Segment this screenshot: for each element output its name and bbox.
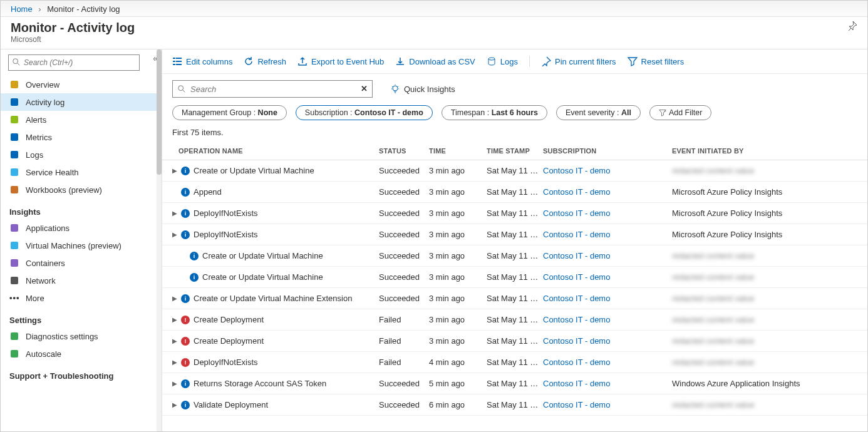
subscription-link[interactable]: Contoso IT - demo	[543, 357, 610, 367]
page-title: Monitor - Activity log	[11, 21, 135, 35]
export-button[interactable]: Export to Event Hub	[297, 56, 384, 66]
activity-table: OPERATION NAME STATUS TIME TIME STAMP SU…	[162, 142, 867, 432]
sidebar-item-containers[interactable]: Containers	[1, 254, 162, 272]
table-row[interactable]: ▶!DeployIfNotExistsFailed4 min agoSat Ma…	[162, 352, 867, 373]
table-row[interactable]: iCreate or Update Virtual MachineSucceed…	[162, 245, 867, 267]
sidebar-item-more[interactable]: •••More	[1, 289, 162, 307]
filter-pill[interactable]: Timespan : Last 6 hours	[442, 105, 547, 120]
subscription-link[interactable]: Contoso IT - demo	[543, 208, 610, 218]
quick-insights-button[interactable]: Quick Insights	[390, 84, 455, 94]
cell-timestamp: Sat May 11 …	[487, 230, 543, 239]
cell-timestamp: Sat May 11 …	[487, 336, 543, 346]
col-timestamp[interactable]: TIME STAMP	[487, 147, 543, 155]
reset-filters-button[interactable]: Reset filters	[628, 56, 685, 66]
cell-status: Succeeded	[379, 166, 429, 175]
cell-time: 3 min ago	[429, 230, 487, 239]
col-subscription[interactable]: SUBSCRIPTION	[543, 147, 672, 155]
subscription-link[interactable]: Contoso IT - demo	[543, 230, 610, 239]
refresh-button[interactable]: Refresh	[244, 56, 286, 66]
expand-caret-icon[interactable]: ▶	[172, 295, 177, 302]
svg-rect-10	[11, 242, 18, 249]
operation-name: Returns Storage Account SAS Token	[194, 379, 326, 388]
sidebar-section-header: Settings	[1, 307, 162, 327]
sidebar-item-service-health[interactable]: Service Health	[1, 163, 162, 181]
download-csv-button[interactable]: Download as CSV	[395, 56, 475, 66]
cell-status: Succeeded	[379, 272, 429, 282]
add-filter-button[interactable]: +Add Filter	[649, 105, 712, 120]
clear-search-icon[interactable]: ✕	[361, 84, 368, 93]
sidebar-item-label: Metrics	[26, 133, 52, 142]
sidebar-item-activity-log[interactable]: Activity log	[1, 93, 162, 111]
subscription-link[interactable]: Contoso IT - demo	[543, 400, 610, 409]
expand-caret-icon[interactable]: ▶	[172, 359, 177, 366]
svg-point-0	[13, 59, 18, 64]
workbook-icon	[9, 185, 19, 195]
expand-caret-icon[interactable]: ▶	[172, 231, 177, 238]
col-operation[interactable]: OPERATION NAME	[172, 147, 379, 155]
filter-pill[interactable]: Management Group : None	[172, 105, 287, 120]
sidebar-item-diagnostics-settings[interactable]: Diagnostics settings	[1, 327, 162, 345]
pin-filters-button[interactable]: Pin current filters	[541, 56, 616, 66]
pin-icon[interactable]	[847, 21, 857, 31]
table-row[interactable]: ▶iDeployIfNotExistsSucceeded3 min agoSat…	[162, 203, 867, 224]
table-row[interactable]: ▶iCreate or Update Virtual Machine Exten…	[162, 288, 867, 309]
svg-rect-17	[173, 61, 175, 62]
cell-status: Succeeded	[379, 187, 429, 197]
table-row[interactable]: ▶iDeployIfNotExistsSucceeded3 min agoSat…	[162, 224, 867, 245]
status-icon: i	[190, 273, 199, 282]
subscription-link[interactable]: Contoso IT - demo	[543, 294, 610, 303]
subscription-link[interactable]: Contoso IT - demo	[543, 315, 610, 324]
sidebar-item-applications[interactable]: Applications	[1, 219, 162, 237]
expand-caret-icon[interactable]: ▶	[172, 210, 177, 217]
sidebar-item-network[interactable]: Network	[1, 272, 162, 289]
scrollbar-thumb[interactable]	[157, 49, 162, 175]
table-row[interactable]: iAppendSucceeded3 min agoSat May 11 …Con…	[162, 182, 867, 203]
table-row[interactable]: ▶!Create DeploymentFailed3 min agoSat Ma…	[162, 309, 867, 331]
col-time[interactable]: TIME	[429, 147, 487, 155]
expand-caret-icon[interactable]: ▶	[172, 316, 177, 323]
logs-button[interactable]: Logs	[487, 56, 518, 66]
edit-columns-button[interactable]: Edit columns	[172, 56, 232, 66]
filter-pill[interactable]: Event severity : All	[556, 105, 641, 120]
table-row[interactable]: ▶iValidate DeploymentSucceeded6 min agoS…	[162, 394, 867, 416]
diag-icon	[9, 331, 19, 341]
table-row[interactable]: iCreate or Update Virtual MachineSucceed…	[162, 267, 867, 288]
breadcrumb-home[interactable]: Home	[11, 4, 33, 14]
sidebar-search-input[interactable]	[8, 54, 140, 71]
cell-status: Succeeded	[379, 251, 429, 260]
expand-caret-icon[interactable]: ▶	[172, 167, 177, 174]
sidebar-item-autoscale[interactable]: Autoscale	[1, 345, 162, 363]
sidebar-item-workbooks-preview-[interactable]: Workbooks (preview)	[1, 181, 162, 198]
subscription-link[interactable]: Contoso IT - demo	[543, 251, 610, 260]
subscription-link[interactable]: Contoso IT - demo	[543, 379, 610, 388]
expand-caret-icon[interactable]: ▶	[172, 380, 177, 387]
cell-initiated-by: Microsoft Azure Policy Insights	[672, 230, 857, 239]
sidebar-item-overview[interactable]: Overview	[1, 76, 162, 93]
subscription-link[interactable]: Contoso IT - demo	[543, 166, 610, 175]
expand-caret-icon[interactable]: ▶	[172, 401, 177, 408]
container-icon	[9, 258, 19, 268]
cell-timestamp: Sat May 11 …	[487, 272, 543, 282]
status-icon: i	[190, 252, 199, 260]
cell-status: Failed	[379, 336, 429, 346]
subscription-link[interactable]: Contoso IT - demo	[543, 187, 610, 197]
sidebar-item-metrics[interactable]: Metrics	[1, 128, 162, 146]
cell-status: Succeeded	[379, 230, 429, 239]
operation-name: Create or Update Virtual Machine	[202, 251, 323, 260]
globe-icon	[9, 80, 19, 90]
table-row[interactable]: ▶iCreate or Update Virtual MachineSuccee…	[162, 160, 867, 182]
table-row[interactable]: ▶!Create DeploymentFailed3 min agoSat Ma…	[162, 331, 867, 352]
expand-caret-icon[interactable]: ▶	[172, 337, 177, 344]
subscription-link[interactable]: Contoso IT - demo	[543, 336, 610, 346]
col-status[interactable]: STATUS	[379, 147, 429, 155]
sidebar-item-virtual-machines-preview-[interactable]: Virtual Machines (preview)	[1, 237, 162, 254]
sidebar-item-logs[interactable]: Logs	[1, 146, 162, 163]
col-initiated-by[interactable]: EVENT INITIATED BY	[672, 147, 857, 155]
filter-pill[interactable]: Subscription : Contoso IT - demo	[296, 105, 433, 120]
activity-search-input[interactable]	[172, 80, 373, 98]
table-row[interactable]: ▶iReturns Storage Account SAS TokenSucce…	[162, 373, 867, 394]
sidebar-item-label: Containers	[26, 259, 65, 268]
subscription-link[interactable]: Contoso IT - demo	[543, 272, 610, 282]
sidebar-item-alerts[interactable]: Alerts	[1, 111, 162, 128]
logs-icon	[487, 56, 497, 66]
